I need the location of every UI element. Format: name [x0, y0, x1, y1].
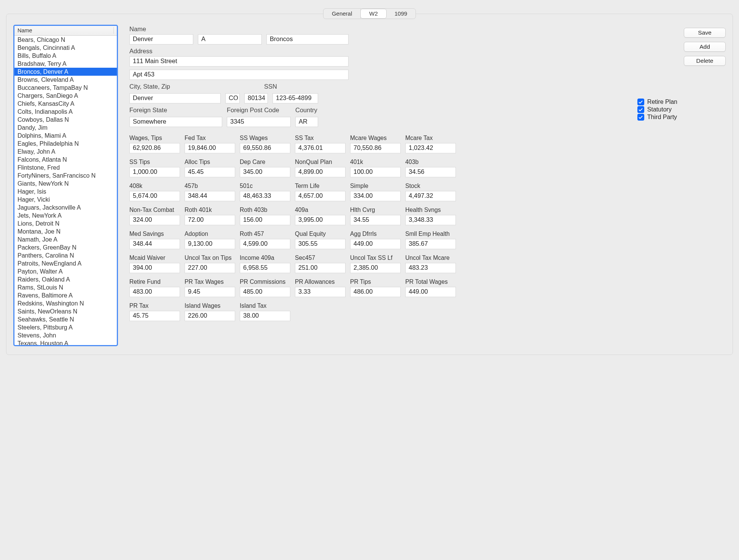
wage-field[interactable]: 385.67 — [405, 239, 456, 249]
wage-field[interactable]: 3,995.00 — [295, 215, 346, 225]
ssn-field[interactable]: 123-65-4899 — [272, 93, 318, 103]
last-name-field[interactable]: Broncos — [266, 34, 349, 45]
list-item[interactable]: Patroits, NewEngland A — [14, 259, 117, 267]
list-item[interactable]: Payton, Walter A — [14, 267, 117, 275]
list-item[interactable]: Packers, GreenBay N — [14, 243, 117, 251]
tab-1099[interactable]: 1099 — [386, 9, 416, 19]
wage-field[interactable]: 485.00 — [240, 287, 290, 297]
list-item[interactable]: Stevens, John — [14, 331, 117, 339]
wage-field[interactable]: 4,599.00 — [240, 239, 290, 249]
list-item[interactable]: Bills, Buffalo A — [14, 52, 117, 60]
list-item[interactable]: Saints, NewOrleans N — [14, 307, 117, 315]
wage-field[interactable]: 394.00 — [129, 263, 180, 273]
address2-field[interactable]: Apt 453 — [129, 70, 349, 80]
list-item[interactable]: Flintstone, Fred — [14, 164, 117, 172]
list-item[interactable]: Giants, NewYork N — [14, 180, 117, 188]
list-item[interactable]: Hager, Vicki — [14, 196, 117, 204]
list-item[interactable]: Namath, Joe A — [14, 235, 117, 243]
list-item[interactable]: Elway, John A — [14, 148, 117, 156]
wage-field[interactable]: 72.00 — [185, 215, 235, 225]
country-field[interactable]: AR — [295, 117, 318, 127]
wage-field[interactable]: 48,463.33 — [240, 191, 290, 201]
list-item[interactable]: Ravens, Baltimore A — [14, 291, 117, 299]
wage-field[interactable]: 3,348.33 — [405, 215, 456, 225]
list-item[interactable]: Steelers, Pittsburg A — [14, 323, 117, 331]
list-item[interactable]: Cowboys, Dallas N — [14, 116, 117, 124]
list-item[interactable]: Broncos, Denver A — [14, 68, 117, 76]
list-item[interactable]: Chargers, SanDiego A — [14, 92, 117, 100]
wage-field[interactable]: 45.75 — [129, 311, 180, 321]
wage-field[interactable]: 62,920.86 — [129, 143, 180, 153]
name-list-header[interactable]: Name — [14, 26, 117, 36]
list-item[interactable]: Texans, Houston A — [14, 339, 117, 345]
wage-field[interactable]: 251.00 — [295, 263, 346, 273]
middle-name-field[interactable]: A — [198, 34, 262, 45]
delete-button[interactable]: Delete — [684, 56, 726, 66]
wage-field[interactable]: 5,674.00 — [129, 191, 180, 201]
wage-field[interactable]: 4,497.32 — [405, 191, 456, 201]
list-item[interactable]: Redskins, Washington N — [14, 299, 117, 307]
list-item[interactable]: FortyNiners, SanFrancisco N — [14, 172, 117, 180]
wage-field[interactable]: 4,657.00 — [295, 191, 346, 201]
list-item[interactable]: Colts, Indianapolis A — [14, 108, 117, 116]
wage-field[interactable]: 34.56 — [405, 167, 456, 177]
third-party-checkbox[interactable] — [637, 114, 644, 121]
tab-general[interactable]: General — [323, 9, 361, 19]
wage-field[interactable]: 345.00 — [240, 167, 290, 177]
wage-field[interactable]: 227.00 — [185, 263, 235, 273]
foreign-state-field[interactable]: Somewhere — [129, 117, 222, 127]
list-item[interactable]: Raiders, Oakland A — [14, 275, 117, 283]
wage-field[interactable]: 19,846.00 — [185, 143, 235, 153]
wage-field[interactable]: 449.00 — [350, 239, 401, 249]
list-item[interactable]: Dolphins, Miami A — [14, 132, 117, 140]
add-button[interactable]: Add — [684, 42, 726, 52]
list-item[interactable]: Seahawks, Seattle N — [14, 315, 117, 323]
wage-field[interactable]: 324.00 — [129, 215, 180, 225]
wage-field[interactable]: 226.00 — [185, 311, 235, 321]
list-item[interactable]: Bradshaw, Terry A — [14, 60, 117, 68]
state-field[interactable]: CO — [225, 93, 240, 103]
wage-field[interactable]: 4,376.01 — [295, 143, 346, 153]
list-item[interactable]: Chiefs, KansasCity A — [14, 100, 117, 108]
wage-field[interactable]: 45.45 — [185, 167, 235, 177]
list-item[interactable]: Buccaneers, TampaBay N — [14, 84, 117, 92]
list-item[interactable]: Montana, Joe N — [14, 228, 117, 235]
wage-field[interactable]: 305.55 — [295, 239, 346, 249]
wage-field[interactable]: 1,000.00 — [129, 167, 180, 177]
zip-field[interactable]: 80134 — [244, 93, 268, 103]
first-name-field[interactable]: Denver — [129, 34, 193, 45]
list-item[interactable]: Dandy, Jim — [14, 124, 117, 132]
wage-field[interactable]: 348.44 — [185, 191, 235, 201]
tab-w2[interactable]: W2 — [360, 9, 387, 19]
wage-field[interactable]: 483.00 — [129, 287, 180, 297]
wage-field[interactable]: 69,550.86 — [240, 143, 290, 153]
foreign-post-field[interactable]: 3345 — [227, 117, 291, 127]
retire-plan-checkbox[interactable] — [637, 99, 644, 105]
list-item[interactable]: Hager, Isis — [14, 188, 117, 196]
list-item[interactable]: Falcons, Atlanta N — [14, 156, 117, 164]
wage-field[interactable]: 449.00 — [405, 287, 456, 297]
list-item[interactable]: Jets, NewYork A — [14, 212, 117, 220]
name-list-body[interactable]: Bears, Chicago NBengals, Cincinnati ABil… — [14, 36, 117, 345]
list-item[interactable]: Jaguars, Jacksonville A — [14, 204, 117, 212]
save-button[interactable]: Save — [684, 28, 726, 38]
wage-field[interactable]: 334.00 — [350, 191, 401, 201]
list-item[interactable]: Bears, Chicago N — [14, 36, 117, 44]
wage-field[interactable]: 34.55 — [350, 215, 401, 225]
wage-field[interactable]: 70,550.86 — [350, 143, 401, 153]
list-item[interactable]: Browns, Cleveland A — [14, 76, 117, 84]
wage-field[interactable]: 38.00 — [240, 311, 290, 321]
statutory-checkbox[interactable] — [637, 106, 644, 113]
wage-field[interactable]: 9,130.00 — [185, 239, 235, 249]
list-item[interactable]: Rams, StLouis N — [14, 283, 117, 291]
wage-field[interactable]: 483.23 — [405, 263, 456, 273]
wage-field[interactable]: 156.00 — [240, 215, 290, 225]
list-item[interactable]: Eagles, Philadelphia N — [14, 140, 117, 148]
wage-field[interactable]: 9.45 — [185, 287, 235, 297]
list-item[interactable]: Bengals, Cincinnati A — [14, 44, 117, 52]
wage-field[interactable]: 100.00 — [350, 167, 401, 177]
address1-field[interactable]: 111 Main Street — [129, 56, 349, 67]
wage-field[interactable]: 348.44 — [129, 239, 180, 249]
list-item[interactable]: Panthers, Carolina N — [14, 251, 117, 259]
city-field[interactable]: Denver — [129, 93, 221, 103]
